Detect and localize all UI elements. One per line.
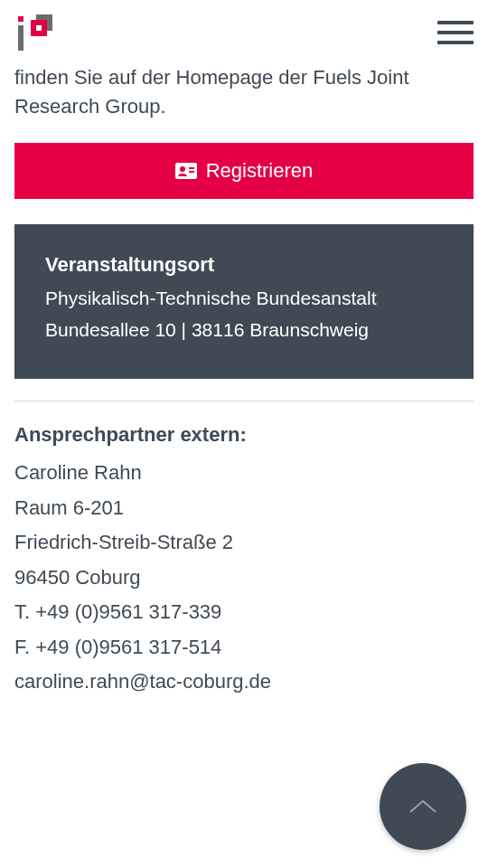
contact-street: Friedrich-Streib-Straße 2 bbox=[14, 525, 474, 561]
main-content: finden Sie auf der Homepage der Fuels Jo… bbox=[0, 63, 488, 700]
id-card-icon bbox=[175, 161, 197, 181]
menu-button[interactable] bbox=[437, 18, 474, 47]
scroll-to-top-button[interactable] bbox=[380, 763, 466, 850]
contact-tel: T. +49 (0)9561 317-339 bbox=[14, 595, 474, 630]
venue-name: Physikalisch-Technische Bundesanstalt bbox=[45, 282, 443, 315]
chevron-up-icon bbox=[405, 796, 441, 817]
venue-box: Veranstaltungsort Physikalisch-Technisch… bbox=[14, 224, 474, 379]
contact-room: Raum 6-201 bbox=[14, 491, 474, 526]
site-logo[interactable] bbox=[14, 13, 54, 52]
venue-address: Bundesallee 10 | 38116 Braunschweig bbox=[45, 314, 443, 346]
contact-heading: Ansprechpartner extern: bbox=[14, 423, 474, 447]
svg-rect-7 bbox=[189, 167, 194, 169]
svg-rect-2 bbox=[36, 25, 42, 31]
contact-email[interactable]: caroline.rahn@tac-coburg.de bbox=[14, 665, 474, 700]
divider bbox=[14, 401, 474, 401]
venue-heading: Veranstaltungsort bbox=[45, 253, 443, 277]
contact-name: Caroline Rahn bbox=[14, 456, 474, 491]
svg-rect-4 bbox=[18, 25, 23, 51]
register-button[interactable]: Registrieren bbox=[14, 143, 474, 199]
site-header bbox=[0, 0, 488, 60]
intro-text: finden Sie auf der Homepage der Fuels Jo… bbox=[14, 63, 474, 121]
svg-rect-3 bbox=[18, 16, 23, 22]
contact-city: 96450 Coburg bbox=[14, 561, 474, 596]
register-button-label: Registrieren bbox=[206, 159, 314, 183]
contact-fax: F. +49 (0)9561 317-514 bbox=[14, 630, 474, 665]
svg-rect-8 bbox=[189, 171, 194, 173]
svg-point-6 bbox=[180, 166, 185, 172]
